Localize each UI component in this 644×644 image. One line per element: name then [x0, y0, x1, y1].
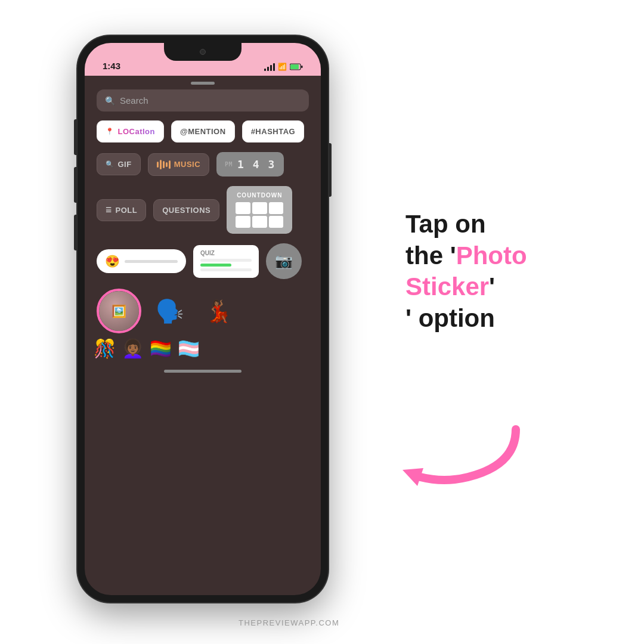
- wifi-icon: 📶: [278, 63, 287, 71]
- photo-sticker-thumbnail: 🖼️: [99, 291, 139, 331]
- phone-shell: 1:43 📶: [78, 36, 328, 602]
- svg-marker-3: [402, 468, 423, 486]
- slider-track: [125, 260, 178, 263]
- camera-icon: 📷: [275, 253, 293, 270]
- phone-mockup: 1:43 📶: [78, 36, 328, 602]
- hashtag-label: #HASHTAG: [251, 127, 296, 136]
- gif-label: GIF: [118, 160, 132, 169]
- sticker-row-2: 🔍 GIF MUSIC PM: [97, 152, 309, 177]
- gif-sticker[interactable]: 🔍 GIF: [97, 153, 141, 175]
- questions-label: QUESTIONS: [162, 206, 210, 215]
- emoji-face-icon: 😍: [105, 254, 120, 268]
- phone-screen: 1:43 📶: [85, 43, 321, 595]
- search-icon: 🔍: [105, 96, 115, 106]
- countdown-label: COUNTDOWN: [237, 192, 282, 199]
- front-camera: [200, 49, 206, 55]
- sticker-row-3: ☰ POLL QUESTIONS COUNTDOWN: [97, 186, 309, 234]
- instruction-close-quote: ': [489, 273, 495, 301]
- instruction-option: ' option: [405, 304, 495, 332]
- watermark: THEPREVIEWAPP.COM: [239, 618, 339, 627]
- search-bar[interactable]: 🔍 Search: [97, 89, 309, 112]
- camera-sticker[interactable]: 📷: [266, 243, 302, 279]
- quiz-lines: [200, 259, 252, 271]
- notch: [164, 43, 242, 61]
- instruction-the: the ': [405, 242, 456, 270]
- instruction-photo: Photo: [456, 242, 527, 270]
- quiz-label: QUIZ: [200, 250, 252, 256]
- mention-sticker[interactable]: @MENTION: [171, 120, 235, 143]
- photo-sticker-highlighted[interactable]: 🖼️: [97, 289, 141, 333]
- sticker-row-4: 😍 QUIZ 📷: [97, 243, 309, 279]
- search-placeholder: Search: [120, 95, 148, 106]
- quiz-sticker[interactable]: QUIZ: [193, 245, 259, 278]
- battery-icon: [290, 63, 303, 70]
- sticker-grid: 📍 LOCatIon @MENTION #HASHTAG 🔍 GIF: [85, 120, 321, 333]
- time-label: 1 4 3: [237, 158, 275, 171]
- status-time: 1:43: [103, 61, 120, 71]
- emoji-slider-sticker[interactable]: 😍: [97, 249, 186, 273]
- arrow-graphic: [397, 417, 528, 495]
- countdown-grid: [236, 202, 283, 228]
- hashtag-sticker[interactable]: #HASHTAG: [242, 120, 305, 143]
- instruction-line1: Tap on: [405, 210, 486, 238]
- sticker-row-1: 📍 LOCatIon @MENTION #HASHTAG: [97, 120, 309, 143]
- sticker-row-5: 🖼️ 🗣️ 💃🏾: [97, 289, 309, 333]
- location-label: LOCatIon: [118, 127, 156, 136]
- location-sticker[interactable]: 📍 LOCatIon: [97, 120, 164, 143]
- questions-sticker[interactable]: QUESTIONS: [153, 199, 219, 221]
- location-pin-icon: 📍: [106, 128, 114, 135]
- music-bars-icon: [157, 160, 171, 169]
- poll-sticker[interactable]: ☰ POLL: [97, 199, 146, 221]
- poll-label: POLL: [116, 206, 138, 215]
- countdown-sticker[interactable]: COUNTDOWN: [227, 186, 292, 234]
- svg-rect-2: [301, 66, 303, 68]
- instruction-text: Tap on the 'Photo Sticker' ' option: [405, 209, 608, 334]
- home-indicator: [85, 362, 321, 380]
- time-sticker[interactable]: PM 1 4 3: [216, 152, 284, 177]
- music-label: MUSIC: [174, 160, 200, 169]
- music-sticker[interactable]: MUSIC: [148, 153, 209, 176]
- instruction-sticker: Sticker: [405, 273, 489, 301]
- dancer-icon: 💃🏾: [205, 299, 232, 324]
- drag-handle: [191, 82, 215, 85]
- dancer-sticker[interactable]: 💃🏾: [197, 290, 239, 332]
- scream-icon: 🗣️: [156, 298, 184, 324]
- signal-icon: [264, 63, 275, 71]
- emoji-bottom-row: 🎊 👩🏾‍🦱 🏳️‍🌈 🏳️‍⚧️: [85, 338, 321, 359]
- home-bar: [164, 370, 242, 373]
- mention-label: @MENTION: [180, 127, 226, 136]
- status-icons: 📶: [264, 63, 303, 71]
- scream-sticker[interactable]: 🗣️: [148, 290, 190, 332]
- svg-rect-1: [290, 64, 299, 69]
- status-bar: 1:43 📶: [85, 43, 321, 76]
